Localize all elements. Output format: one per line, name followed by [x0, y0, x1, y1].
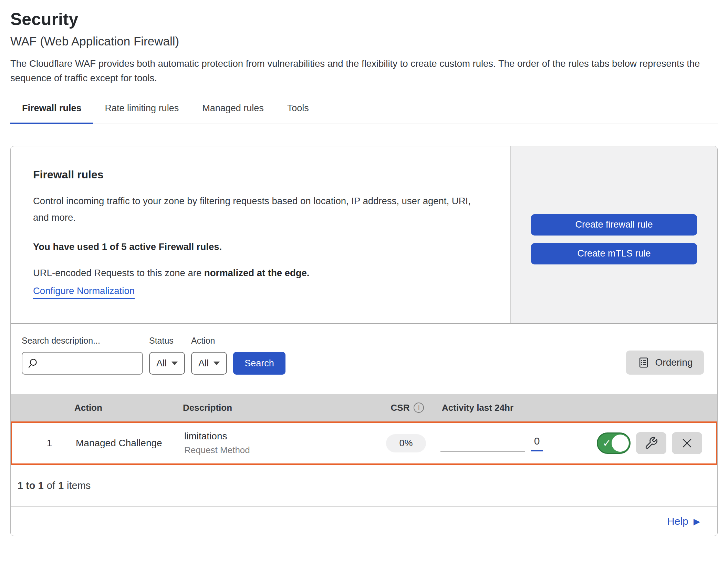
check-icon: ✓ [603, 437, 611, 449]
search-icon [27, 357, 39, 369]
info-icon[interactable]: i [414, 403, 424, 413]
search-button[interactable]: Search [233, 352, 285, 375]
usage-text: You have used 1 of 5 active Firewall rul… [33, 241, 497, 252]
normalization-prefix: URL-encoded Requests to this zone are [33, 268, 204, 278]
firewall-rules-card: Firewall rules Control incoming traffic … [11, 146, 717, 323]
toggle-knob [612, 435, 629, 452]
rule-controls: ✓ [571, 432, 716, 454]
action-select[interactable]: All [191, 352, 227, 375]
pagination-status: 1 to 1 of 1 items [11, 465, 717, 506]
status-group: Status All [149, 336, 185, 375]
pagination-range: 1 to 1 [18, 480, 44, 491]
page-subtitle: WAF (Web Application Firewall) [10, 34, 718, 49]
rule-expression-summary: Request Method [184, 445, 250, 456]
tab-label: Firewall rules [22, 103, 82, 113]
list-icon [637, 356, 650, 369]
create-mtls-rule-button[interactable]: Create mTLS rule [531, 243, 697, 264]
tab-tools[interactable]: Tools [275, 101, 321, 124]
card-body-text: Control incoming traffic to your zone by… [33, 193, 477, 226]
activity-count-underline [531, 450, 543, 451]
page-description: The Cloudflare WAF provides both automat… [10, 56, 716, 85]
pagination-total: 1 [58, 480, 64, 491]
firewall-rule-row: 1 Managed Challenge limitations Request … [11, 421, 717, 465]
tab-rate-limiting-rules[interactable]: Rate limiting rules [93, 101, 191, 124]
tab-managed-rules[interactable]: Managed rules [190, 101, 275, 124]
tab-label: Managed rules [202, 103, 264, 113]
activity-sparkline [440, 451, 525, 452]
edit-rule-button[interactable] [636, 432, 666, 454]
action-label: Action [191, 336, 227, 346]
header-activity: Activity last 24hr [442, 403, 573, 413]
page-title: Security [10, 9, 718, 30]
tab-label: Rate limiting rules [105, 103, 179, 113]
activity-count-value: 0 [534, 435, 540, 447]
search-input-box[interactable] [22, 352, 143, 375]
activity-count-link[interactable]: 0 [531, 435, 543, 451]
search-group: Search description... [22, 336, 143, 375]
ordering-button[interactable]: Ordering [626, 351, 704, 375]
status-select[interactable]: All [149, 352, 185, 375]
arrow-right-icon: ▶ [694, 517, 700, 526]
status-label: Status [149, 336, 185, 346]
rule-activity-cell: 0 [440, 435, 571, 451]
tab-label: Tools [287, 103, 309, 113]
panel-footer: Help ▶ [11, 506, 717, 536]
filter-bar: Search description... Status All Action [11, 323, 717, 394]
status-select-value: All [156, 358, 167, 369]
rule-description-cell: limitations Request Method [184, 431, 372, 456]
csr-label: CSR [391, 403, 410, 413]
header-description: Description [183, 403, 373, 413]
security-page: Security WAF (Web Application Firewall) … [0, 0, 728, 536]
create-firewall-rule-button[interactable]: Create firewall rule [531, 214, 697, 236]
help-link[interactable]: Help ▶ [667, 515, 700, 527]
delete-rule-button[interactable] [672, 432, 702, 454]
csr-badge: 0% [386, 434, 426, 452]
chevron-down-icon [214, 362, 220, 365]
help-label: Help [667, 515, 688, 527]
search-label: Search description... [22, 336, 143, 346]
rule-enabled-toggle[interactable]: ✓ [597, 432, 631, 454]
rule-action: Managed Challenge [76, 438, 184, 449]
normalization-text: URL-encoded Requests to this zone are no… [33, 268, 497, 279]
search-input[interactable] [42, 358, 137, 369]
rule-priority: 1 [12, 438, 76, 449]
rule-csr-cell: 0% [372, 434, 440, 452]
pagination-items: items [67, 480, 91, 491]
pagination-of: of [47, 480, 55, 491]
close-icon [680, 437, 694, 450]
wrench-icon [644, 436, 658, 450]
card-actions-panel: Create firewall rule Create mTLS rule [510, 146, 717, 323]
tab-bar: Firewall rules Rate limiting rules Manag… [10, 101, 718, 124]
ordering-button-label: Ordering [655, 357, 693, 368]
normalization-bold: normalized at the edge. [204, 268, 310, 278]
chevron-down-icon [171, 362, 178, 365]
firewall-rules-panel: Firewall rules Control incoming traffic … [10, 146, 718, 536]
header-action: Action [74, 403, 183, 413]
configure-normalization-link[interactable]: Configure Normalization [33, 285, 135, 299]
card-heading: Firewall rules [33, 168, 497, 181]
card-content: Firewall rules Control incoming traffic … [11, 146, 510, 323]
rule-description: limitations [184, 431, 227, 442]
action-select-value: All [198, 358, 209, 369]
header-csr: CSR i [373, 403, 442, 413]
action-group: Action All [191, 336, 227, 375]
table-header: Action Description CSR i Activity last 2… [11, 394, 717, 421]
tab-firewall-rules[interactable]: Firewall rules [10, 101, 93, 124]
